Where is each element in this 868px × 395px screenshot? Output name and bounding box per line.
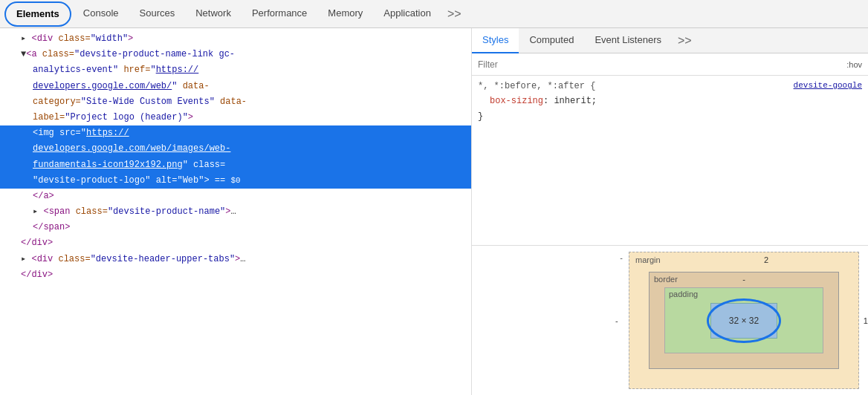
- tab-memory[interactable]: Memory: [317, 0, 373, 28]
- margin-label: margin: [635, 255, 661, 264]
- tab-performance-label: Performance: [252, 7, 307, 19]
- filter-hov-label: :hov: [846, 60, 862, 69]
- tab-memory-label: Memory: [328, 7, 363, 19]
- right-tab-bar: Styles Computed Event Listeners >>: [472, 28, 868, 53]
- dom-line-3c[interactable]: fundamentals-icon192x192.png" class=: [0, 157, 471, 173]
- content-size-label: 32 × 32: [729, 316, 759, 326]
- padding-label: padding: [669, 290, 698, 298]
- tab-event-listeners-label: Event Listeners: [595, 34, 661, 45]
- content-box: 32 × 32: [710, 303, 777, 339]
- dom-line-1: ▸ <div class="width">: [0, 31, 471, 47]
- css-rule-1: *, *:before, *:after { devsite-google: [478, 79, 862, 94]
- dom-line-2a: ▼<a class="devsite-product-name-link gc-: [0, 47, 471, 62]
- css-close-brace-1: }: [478, 109, 862, 124]
- dom-line-3d[interactable]: "devsite-product-logo" alt="Web"> == $0: [0, 173, 471, 189]
- tab-computed-label: Computed: [529, 34, 574, 45]
- dom-line-6: </span>: [0, 220, 471, 235]
- dom-line-7: </div>: [0, 235, 471, 251]
- tab-styles[interactable]: Styles: [472, 28, 519, 53]
- css-source-1[interactable]: devsite-google: [794, 79, 862, 93]
- css-property-1: box-sizing: inherit;: [478, 94, 862, 108]
- box-side-labels: -: [620, 253, 623, 262]
- dom-line-4: </a>: [0, 189, 471, 204]
- margin-val: 2: [674, 255, 858, 264]
- tab-sources[interactable]: Sources: [129, 0, 186, 28]
- main-tab-bar: Elements Console Sources Network Perform…: [0, 0, 868, 28]
- border-val: -: [650, 275, 838, 284]
- dom-line-8: ▸ <div class="devsite-header-upper-tabs"…: [0, 252, 471, 267]
- margin-box: margin 2 border - padding 32 ×: [629, 252, 859, 389]
- css-prop-name-1: box-sizing: [490, 96, 543, 106]
- styles-panel: Styles Computed Event Listeners >> :hov …: [472, 28, 868, 395]
- filter-bar: :hov: [472, 53, 868, 76]
- tab-console-label: Console: [83, 7, 119, 19]
- dom-line-2b: analytics-event" href="https://: [0, 62, 471, 78]
- elements-panel: ▸ <div class="width"> ▼<a class="devsite…: [0, 28, 472, 395]
- css-selector-1: *, *:before, *:after {: [478, 81, 595, 91]
- tab-computed[interactable]: Computed: [519, 28, 584, 53]
- tab-styles-label: Styles: [482, 34, 508, 45]
- tab-elements-label: Elements: [16, 8, 59, 19]
- tab-sources-label: Sources: [140, 7, 175, 19]
- dom-line-2d: category="Site-Wide Custom Events" data-: [0, 94, 471, 110]
- tab-network-label: Network: [195, 7, 231, 19]
- css-rules-area: *, *:before, *:after { devsite-google bo…: [472, 76, 868, 245]
- dom-line-3b[interactable]: developers.google.com/web/images/web-: [0, 141, 471, 157]
- css-prop-val-1: : inherit;: [543, 96, 597, 106]
- right-tab-more-icon[interactable]: >>: [672, 31, 698, 50]
- tab-more-icon[interactable]: >>: [441, 4, 467, 24]
- filter-input[interactable]: [478, 59, 846, 70]
- main-content: ▸ <div class="width"> ▼<a class="devsite…: [0, 28, 868, 395]
- dom-line-2e: label="Project logo (header)">: [0, 110, 471, 125]
- box-model-diagram: margin 2 border - padding 32 ×: [629, 252, 859, 389]
- tab-performance[interactable]: Performance: [242, 0, 317, 28]
- css-brace-1: }: [478, 111, 483, 122]
- tab-event-listeners[interactable]: Event Listeners: [584, 28, 672, 53]
- left-margin-val: -: [615, 316, 618, 325]
- tab-console[interactable]: Console: [73, 0, 129, 28]
- tab-application-label: Application: [383, 7, 431, 19]
- dom-line-2c: developers.google.com/web/" data-: [0, 79, 471, 94]
- box-model-section: - margin 2 border - padding: [472, 245, 868, 395]
- tab-application[interactable]: Application: [373, 0, 441, 28]
- left-side-val: -: [620, 253, 623, 262]
- right-margin-val: 16: [864, 316, 868, 325]
- dom-line-9: </div>: [0, 267, 471, 283]
- tab-network[interactable]: Network: [185, 0, 242, 28]
- padding-box: padding 32 × 32: [664, 287, 823, 353]
- dom-line-5: ▸ <span class="devsite-product-name">…: [0, 204, 471, 220]
- border-box: border - padding 32 × 32: [649, 272, 839, 369]
- dom-line-3a[interactable]: <img src="https://: [0, 125, 471, 141]
- tab-elements[interactable]: Elements: [4, 1, 71, 27]
